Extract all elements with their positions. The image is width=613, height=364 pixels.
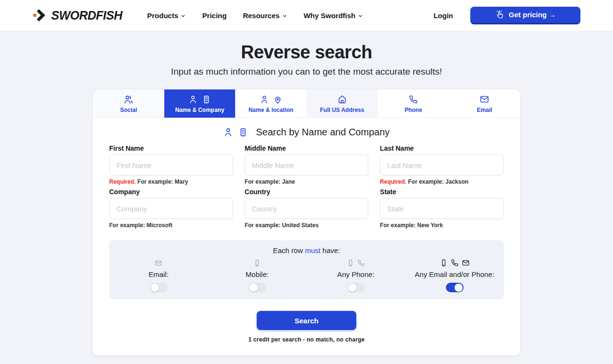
tab-full-us-address[interactable]: Full US Address (306, 89, 378, 118)
state-label: State (380, 188, 504, 196)
tab-label: Full US Address (320, 107, 364, 113)
login-link[interactable]: Login (433, 11, 453, 20)
last-name-input[interactable] (380, 154, 504, 176)
option-any-email-phone: Any Email and/or Phone: (405, 259, 504, 292)
company-field: Company For example: Microsoft (109, 188, 233, 229)
any-email-phone-option-icons (440, 259, 470, 267)
must-emphasis: must (305, 246, 321, 254)
mobile-option-icons (253, 259, 261, 267)
first-name-hint: Required. For example: Mary (109, 178, 233, 185)
search-form: First Name Required. For example: Mary M… (93, 138, 520, 229)
search-tabs: Social Name & Company (93, 89, 520, 118)
phone-icon (409, 94, 418, 105)
any-phone-option-icons (347, 259, 365, 267)
last-name-label: Last Name (380, 144, 504, 152)
hint-text: For example: New York (380, 222, 443, 229)
building-icon (238, 127, 248, 137)
hint-text: For example: Mary (137, 178, 188, 185)
logo-text: SWORDFISH (51, 9, 122, 22)
first-name-field: First Name Required. For example: Mary (109, 144, 233, 185)
nav-item-label: Why Swordfish (304, 11, 355, 20)
person-icon (260, 95, 269, 104)
hint-text: For example: Microsoft (109, 222, 172, 229)
home-icon (337, 94, 347, 105)
tab-social[interactable]: Social (93, 89, 164, 118)
get-pricing-label: Get pricing → (509, 11, 556, 19)
search-section: Search 1 credit per search - no match, n… (93, 311, 520, 355)
option-label: Any Email and/or Phone: (415, 270, 494, 278)
credit-note: 1 credit per search - no match, no charg… (93, 336, 520, 343)
reverse-search-card: Social Name & Company (93, 89, 520, 355)
tab-label: Name & location (249, 107, 294, 113)
nav-item-label: Pricing (202, 11, 227, 20)
toggle-knob (348, 284, 356, 292)
email-toggle[interactable] (150, 283, 168, 292)
mobile-icon (347, 259, 354, 267)
envelope-icon (479, 94, 489, 105)
last-name-field: Last Name Required. For example: Jackson (380, 144, 504, 185)
required-text: Required. (109, 178, 136, 185)
people-icon (123, 94, 134, 105)
company-input[interactable] (109, 198, 233, 219)
mobile-toggle[interactable] (249, 283, 266, 292)
phone-icon (451, 259, 459, 267)
state-field: State For example: New York (380, 188, 504, 229)
toggle-knob (454, 284, 463, 292)
chevron-down-icon (358, 12, 363, 19)
tab-label: Phone (405, 107, 422, 113)
middle-name-input[interactable] (245, 154, 369, 176)
state-input[interactable] (380, 198, 504, 219)
first-name-input[interactable] (109, 154, 233, 176)
company-hint: For example: Microsoft (109, 222, 233, 229)
nav-item-why-swordfish[interactable]: Why Swordfish (304, 11, 363, 20)
nav-right: Login Get pricing → (433, 7, 580, 24)
tab-label: Email (477, 107, 492, 113)
person-icon (223, 127, 233, 137)
person-building-icon (223, 127, 248, 137)
country-label: Country (245, 188, 369, 196)
tab-name-location[interactable]: Name & location (235, 89, 306, 118)
hint-text: For example: Jackson (408, 178, 468, 185)
country-hint: For example: United States (245, 222, 369, 229)
country-field: Country For example: United States (245, 188, 369, 229)
chevron-down-icon (282, 12, 287, 19)
hero: Reverse search Input as much information… (0, 31, 613, 77)
tab-phone[interactable]: Phone (378, 89, 449, 118)
country-input[interactable] (245, 198, 369, 219)
page-title: Reverse search (0, 42, 613, 63)
hint-text: For example: Jane (245, 178, 295, 185)
nav-item-resources[interactable]: Resources (243, 11, 287, 20)
option-mobile: Mobile: (208, 259, 306, 292)
swordfish-logo[interactable]: SWORDFISH (33, 8, 122, 22)
requirements-title: Each row must have: (109, 246, 504, 254)
toggle-knob (250, 284, 258, 292)
any-email-phone-toggle[interactable] (446, 283, 464, 292)
building-icon (202, 95, 211, 104)
nav-item-pricing[interactable]: Pricing (202, 11, 227, 20)
envelope-icon (155, 259, 162, 267)
option-email: Email: (109, 259, 208, 292)
get-pricing-button[interactable]: Get pricing → (470, 7, 580, 24)
middle-name-label: Middle Name (245, 144, 369, 152)
email-option-icons (155, 259, 162, 267)
any-phone-toggle[interactable] (347, 283, 365, 292)
middle-name-field: Middle Name For example: Jane (245, 144, 369, 185)
phone-icon (357, 259, 365, 267)
tab-email[interactable]: Email (449, 89, 520, 118)
middle-name-hint: For example: Jane (245, 178, 369, 185)
nav-item-products[interactable]: Products (147, 11, 186, 20)
map-pin-icon (273, 95, 283, 104)
option-label: Mobile: (246, 270, 269, 278)
person-pin-icon (260, 94, 283, 105)
chevron-down-icon (181, 12, 186, 19)
click-hand-icon (495, 10, 504, 20)
toggle-knob (151, 284, 159, 292)
tab-label: Social (120, 107, 137, 113)
state-hint: For example: New York (380, 222, 504, 229)
search-button[interactable]: Search (257, 311, 356, 330)
tab-name-company[interactable]: Name & Company (164, 89, 236, 118)
option-any-phone: Any Phone: (306, 259, 405, 292)
option-label: Email: (148, 270, 169, 278)
section-title: Search by Name and Company (256, 127, 389, 138)
tab-label: Name & Company (175, 107, 225, 113)
